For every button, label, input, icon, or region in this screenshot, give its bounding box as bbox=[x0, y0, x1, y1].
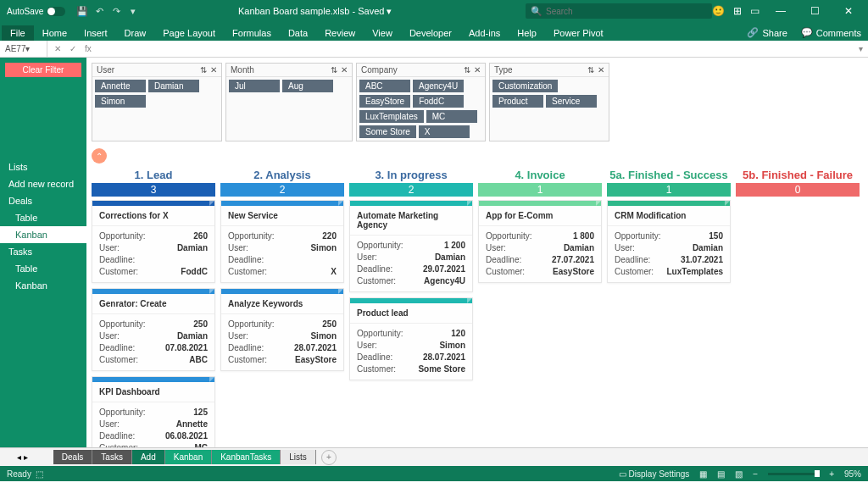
cancel-icon[interactable]: ✕ bbox=[54, 44, 61, 53]
slicer-clear-icon[interactable]: ✕ bbox=[474, 65, 481, 75]
slicer-chip[interactable]: EasyStore bbox=[359, 95, 410, 108]
zoom-level[interactable]: 95% bbox=[844, 469, 861, 479]
ribbon-tab-data[interactable]: Data bbox=[280, 25, 316, 41]
sidebar-item-table[interactable]: Table bbox=[0, 260, 86, 277]
undo-icon[interactable]: ↶ bbox=[94, 6, 104, 16]
kanban-card[interactable]: App for E-CommOpportunity:1 800User:Dami… bbox=[478, 200, 602, 283]
slicer-chip[interactable]: Product bbox=[492, 95, 543, 108]
slicer-chip[interactable]: Service bbox=[546, 95, 597, 108]
slicer-chip[interactable]: Agency4U bbox=[413, 80, 464, 92]
sidebar-item-tasks[interactable]: Tasks bbox=[0, 243, 86, 260]
sidebar-item-kanban[interactable]: Kanban bbox=[0, 226, 86, 243]
share-button[interactable]: 🔗Share bbox=[740, 25, 793, 41]
ribbon-tab-insert[interactable]: Insert bbox=[75, 25, 116, 41]
ribbon-tab-developer[interactable]: Developer bbox=[401, 25, 460, 41]
autosave-toggle[interactable]: AutoSave bbox=[7, 7, 65, 16]
slicer-sort-icon[interactable]: ⇅ bbox=[200, 65, 207, 75]
redo-icon[interactable]: ↷ bbox=[111, 6, 121, 16]
save-icon[interactable]: 💾 bbox=[77, 6, 87, 16]
slicer-chip[interactable]: Simon bbox=[95, 95, 146, 108]
slicer-sort-icon[interactable]: ⇅ bbox=[464, 65, 470, 75]
slicer-chip[interactable]: FoddC bbox=[413, 95, 464, 108]
formula-bar: AE77 ▾ ✕✓fx ▾ bbox=[0, 41, 868, 58]
sheet-tab-add[interactable]: Add bbox=[132, 450, 165, 464]
display-settings[interactable]: ▭ Display Settings bbox=[619, 469, 689, 479]
kanban-card[interactable]: Product leadOpportunity:120User:SimonDea… bbox=[349, 297, 473, 380]
kanban-card[interactable]: Corrections for XOpportunity:260User:Dam… bbox=[92, 200, 215, 283]
sheet-tab-lists[interactable]: Lists bbox=[281, 450, 316, 464]
slicer-user: User⇅✕AnnetteDamianSimon bbox=[92, 63, 222, 141]
ribbon-tab-add-ins[interactable]: Add-ins bbox=[460, 25, 509, 41]
sidebar-item-kanban[interactable]: Kanban bbox=[0, 277, 86, 294]
clear-filter-button[interactable]: Clear Filter bbox=[5, 63, 81, 77]
column-header: 5a. Finished - Success bbox=[607, 167, 731, 183]
kanban-card[interactable]: Automate Marketing AgencyOpportunity:1 2… bbox=[349, 200, 473, 292]
minimize-button[interactable]: — bbox=[768, 5, 793, 17]
comments-button[interactable]: 💬Comments bbox=[794, 25, 868, 41]
ribbon-tab-power-pivot[interactable]: Power Pivot bbox=[545, 25, 612, 41]
ribbon-tab-page-layout[interactable]: Page Layout bbox=[154, 25, 224, 41]
column-header: 3. In progress bbox=[349, 167, 473, 183]
slicer-chip[interactable]: Customization bbox=[492, 80, 558, 92]
kanban-card[interactable]: KPI DashboardOpportunity:125User:Annette… bbox=[92, 376, 215, 447]
kanban-card[interactable]: Analyze KeywordsOpportunity:250User:Simo… bbox=[220, 288, 344, 371]
search-box[interactable]: 🔍 bbox=[526, 3, 712, 19]
ribbon-tab-review[interactable]: Review bbox=[316, 25, 364, 41]
zoom-out-icon[interactable]: − bbox=[753, 469, 758, 479]
ribbon-tab-draw[interactable]: Draw bbox=[116, 25, 155, 41]
qat-dropdown-icon[interactable]: ▾ bbox=[128, 6, 138, 16]
view-normal-icon[interactable]: ▦ bbox=[699, 469, 707, 479]
account-icon[interactable]: 🙂 bbox=[712, 5, 725, 17]
slicer-chip[interactable]: Annette bbox=[95, 80, 146, 92]
ribbon-tab-formulas[interactable]: Formulas bbox=[224, 25, 280, 41]
slicer-chip[interactable]: ABC bbox=[359, 80, 410, 92]
slicer-sort-icon[interactable]: ⇅ bbox=[587, 65, 594, 75]
sidebar-item-add-new-record[interactable]: Add new record bbox=[0, 175, 86, 192]
sheet-tab-kanbantasks[interactable]: KanbanTasks bbox=[212, 450, 281, 464]
name-box[interactable]: AE77 ▾ bbox=[0, 41, 47, 57]
column-header: 4. Invoice bbox=[478, 167, 602, 183]
search-input[interactable] bbox=[546, 7, 707, 16]
zoom-slider[interactable] bbox=[768, 473, 819, 475]
view-layout-icon[interactable]: ▤ bbox=[717, 469, 725, 479]
kanban-card[interactable]: Genrator: CreateOpportunity:250User:Dami… bbox=[92, 288, 215, 371]
slicer-clear-icon[interactable]: ✕ bbox=[341, 65, 348, 75]
collapse-button[interactable]: ⌃ bbox=[92, 148, 107, 164]
ribbon-tab-help[interactable]: Help bbox=[509, 25, 545, 41]
sheet-nav-next-icon[interactable]: ▸ bbox=[24, 452, 28, 462]
sheet-tab-tasks[interactable]: Tasks bbox=[92, 450, 132, 464]
enter-icon[interactable]: ✓ bbox=[70, 44, 76, 53]
slicer-sort-icon[interactable]: ⇅ bbox=[331, 65, 337, 75]
formula-input[interactable] bbox=[98, 41, 854, 57]
ribbon-options-icon[interactable]: ▭ bbox=[750, 5, 760, 17]
sheet-tab-bar: ◂ ▸ DealsTasksAddKanbanKanbanTasksLists … bbox=[0, 447, 868, 466]
add-sheet-button[interactable]: + bbox=[321, 450, 337, 465]
slicer-clear-icon[interactable]: ✕ bbox=[598, 65, 604, 75]
ribbon-tab-home[interactable]: Home bbox=[34, 25, 75, 41]
zoom-in-icon[interactable]: + bbox=[829, 469, 834, 479]
expand-formula-icon[interactable]: ▾ bbox=[854, 44, 868, 53]
slicer-chip[interactable]: X bbox=[419, 125, 470, 138]
kanban-card[interactable]: New ServiceOpportunity:220User:SimonDead… bbox=[220, 200, 344, 283]
fx-icon[interactable]: fx bbox=[85, 44, 92, 53]
kanban-card[interactable]: CRM ModificationOpportunity:150User:Dami… bbox=[607, 200, 731, 283]
sheet-tab-kanban[interactable]: Kanban bbox=[165, 450, 212, 464]
maximize-button[interactable]: ☐ bbox=[802, 5, 827, 17]
slicer-chip[interactable]: LuxTemplates bbox=[359, 110, 424, 123]
sidebar-item-table[interactable]: Table bbox=[0, 209, 86, 226]
slicer-chip[interactable]: Jul bbox=[229, 80, 280, 92]
close-button[interactable]: ✕ bbox=[836, 5, 861, 17]
slicer-chip[interactable]: MC bbox=[426, 110, 477, 123]
view-break-icon[interactable]: ▧ bbox=[735, 469, 743, 479]
sheet-tab-deals[interactable]: Deals bbox=[53, 450, 93, 464]
sidebar-item-deals[interactable]: Deals bbox=[0, 192, 86, 209]
slicer-clear-icon[interactable]: ✕ bbox=[210, 65, 217, 75]
sheet-nav-prev-icon[interactable]: ◂ bbox=[17, 452, 21, 462]
app-icon[interactable]: ⊞ bbox=[733, 5, 742, 17]
slicer-chip[interactable]: Damian bbox=[148, 80, 199, 92]
slicer-chip[interactable]: Some Store bbox=[359, 125, 416, 138]
slicer-chip[interactable]: Aug bbox=[282, 80, 333, 92]
ribbon-tab-view[interactable]: View bbox=[364, 25, 401, 41]
sidebar-item-lists[interactable]: Lists bbox=[0, 158, 86, 175]
ribbon-tab-file[interactable]: File bbox=[2, 25, 34, 41]
